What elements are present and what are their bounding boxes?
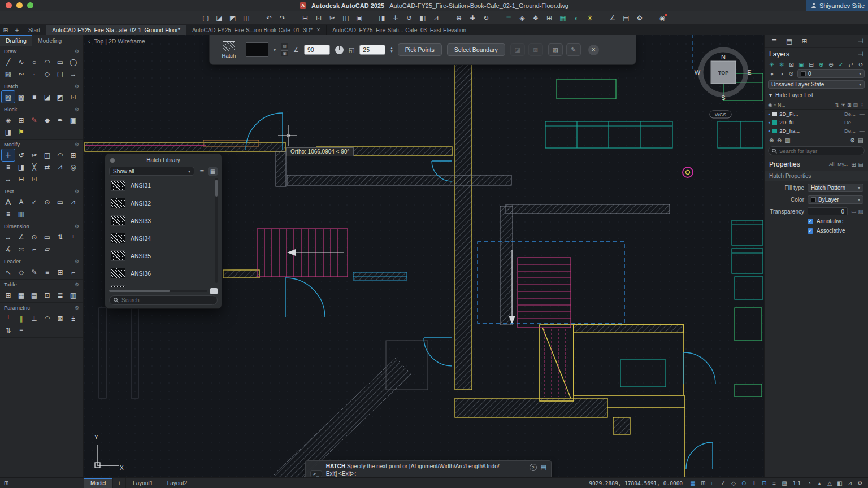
gear-icon[interactable]: ⚙ — [75, 107, 79, 112]
hatch-pattern-row[interactable]: ANSI33 — [109, 212, 218, 229]
spline-icon[interactable]: ∾ — [15, 68, 28, 80]
layer-state-select[interactable]: Unsaved Layer State ▾ — [768, 80, 865, 89]
layer-on-icon[interactable]: ☀ — [767, 61, 776, 68]
hatch-scale-input[interactable] — [359, 45, 385, 55]
hatch-pattern-row[interactable]: ANSI36 — [109, 264, 218, 282]
section-header[interactable]: Parametric⚙ — [0, 303, 83, 312]
notifications-icon[interactable]: ◉ — [656, 13, 669, 23]
rectangle-icon[interactable]: ▭ — [54, 56, 67, 68]
layers-palette-icon[interactable]: ≣ — [771, 37, 777, 45]
recreate-boundary-icon[interactable]: ⊠ — [528, 43, 543, 56]
array-icon[interactable]: ⊞ — [67, 149, 80, 161]
list-view-icon[interactable]: ≣ — [197, 167, 207, 176]
table-cell-icon[interactable]: ▤ — [28, 289, 41, 301]
pattern-color-icon[interactable]: ▣ — [281, 50, 288, 56]
continue-dim-icon[interactable]: ≍ — [15, 243, 28, 255]
layer-visibility-dot[interactable]: ● — [768, 120, 770, 124]
fillet-icon[interactable]: ◠ — [54, 149, 67, 161]
compass-west[interactable]: W — [695, 69, 701, 76]
tangent-constraint-icon[interactable]: ◠ — [41, 312, 54, 324]
scale-stepper[interactable]: ▴ ▾ — [390, 46, 393, 53]
layer-isolate-icon[interactable]: ▨ — [785, 137, 791, 143]
multileader-icon[interactable]: ↖ — [2, 266, 15, 278]
group-icon[interactable]: ❖ — [530, 13, 542, 23]
trim-icon[interactable]: ✂ — [28, 149, 41, 161]
layer-lock-icon[interactable]: ⊠ — [787, 61, 796, 68]
collect-leader-icon[interactable]: ⊞ — [54, 266, 67, 278]
export-icon[interactable]: ◫ — [240, 13, 253, 23]
zoom-window-button[interactable] — [27, 2, 33, 8]
perpendicular-constraint-icon[interactable]: ⊥ — [28, 312, 41, 324]
tab-start[interactable]: Start — [23, 25, 46, 35]
modify-move-icon[interactable]: ✛ — [2, 149, 15, 161]
export-table-icon[interactable]: ▥ — [67, 289, 80, 301]
tab-overview-icon[interactable]: ⊞ — [0, 25, 11, 35]
make-block-icon[interactable]: ◈ — [516, 13, 528, 23]
hide-layer-list-button[interactable]: ▾ Hide Layer List — [765, 90, 868, 101]
hatch-tool-icon[interactable]: ▨ — [2, 68, 15, 80]
spell-check-icon[interactable]: ✓ — [28, 196, 41, 208]
section-header[interactable]: Hatch⚙ — [0, 81, 83, 91]
workspace-icon[interactable]: ⚙ — [633, 13, 646, 23]
layer-visibility-dot[interactable]: ● — [768, 112, 770, 116]
search-input[interactable] — [121, 297, 213, 303]
polyline-icon[interactable]: ∿ — [15, 56, 28, 68]
explode-icon[interactable]: ╳ — [28, 161, 41, 173]
cut-icon[interactable]: ✂ — [326, 13, 338, 23]
erase-icon[interactable]: ◨ — [376, 13, 388, 23]
sort-icon[interactable]: ⇅ — [835, 102, 839, 108]
zoom-icon[interactable]: ⊕ — [453, 13, 465, 23]
annotation-scale-button[interactable]: 1:1 — [790, 480, 804, 486]
section-header[interactable]: Block⚙ — [0, 104, 83, 114]
toggle-on-off-icon[interactable]: ● — [768, 71, 776, 77]
coincident-constraint-icon[interactable]: └ — [2, 312, 15, 324]
isolate-objects-icon[interactable]: ◧ — [835, 480, 844, 486]
associative-checkbox[interactable]: ✓ — [808, 228, 813, 234]
name-column-header[interactable]: N... — [778, 102, 833, 108]
add-layer-icon[interactable]: ⊕ — [769, 137, 774, 143]
eye-column-icon[interactable]: ◉ — [768, 102, 772, 108]
region-icon[interactable]: ▢ — [54, 68, 67, 80]
hatch-settings-icon[interactable]: ⊡ — [67, 91, 80, 103]
pattern-filter-select[interactable]: Show all ▾ — [109, 167, 194, 176]
print-icon[interactable]: ⊟ — [299, 13, 311, 23]
section-header[interactable]: Modify⚙ — [0, 140, 83, 149]
find-text-icon[interactable]: ⊙ — [41, 196, 54, 208]
lineweight-icon[interactable]: ≡ — [770, 480, 779, 486]
plot-preview-icon[interactable]: ⊡ — [313, 13, 325, 23]
gear-icon[interactable]: ⚙ — [75, 84, 79, 89]
isodraft-icon[interactable]: ◇ — [729, 480, 738, 486]
redo-icon[interactable]: ↷ — [276, 13, 289, 23]
xref-icon[interactable]: ⊞ — [543, 13, 555, 23]
transparency-input[interactable]: 0 — [808, 207, 848, 215]
section-header[interactable]: Leader⚙ — [0, 256, 83, 266]
open-icon[interactable]: ▢ — [199, 13, 212, 23]
layer-color-chip[interactable] — [772, 129, 777, 133]
scrollbar-track[interactable] — [109, 290, 207, 292]
measure-icon[interactable]: ∠ — [606, 13, 619, 23]
layer-columns-icon[interactable]: ▤ — [858, 137, 863, 143]
pattern-swatch[interactable] — [246, 42, 268, 57]
edit-block-icon[interactable]: ✎ — [28, 114, 41, 126]
insert-row-icon[interactable]: ⊡ — [41, 289, 54, 301]
pattern-dropdown-icon[interactable]: ▾ — [274, 47, 276, 53]
dim-break-icon[interactable]: ⌐ — [28, 243, 41, 255]
toolbar-separator[interactable] — [493, 13, 501, 23]
help-icon[interactable]: ? — [530, 464, 537, 471]
scale-icon[interactable]: ⊿ — [430, 13, 442, 23]
hatch-library-titlebar[interactable]: Hatch Library — [109, 156, 218, 164]
tolerance-icon[interactable]: ± — [67, 231, 80, 243]
tab-modeling[interactable]: Modeling — [32, 35, 68, 46]
symmetric-constraint-icon[interactable]: ± — [67, 312, 80, 324]
color-select[interactable]: ByLayer ▾ — [808, 195, 863, 204]
attribute-icon[interactable]: ✒ — [54, 114, 67, 126]
palette-close-button[interactable] — [110, 158, 115, 163]
undo-icon[interactable]: ↶ — [263, 13, 275, 23]
properties-palette-tab-icon[interactable]: ▤ — [786, 37, 792, 45]
lock-constraint-icon[interactable]: ⊠ — [54, 312, 67, 324]
paste-icon[interactable]: ▣ — [353, 13, 366, 23]
horizontal-constraint-icon[interactable]: ≡ — [15, 324, 28, 336]
compass-north[interactable]: N — [721, 54, 726, 60]
layer-settings-icon[interactable]: ⚙ — [850, 137, 855, 143]
line-icon[interactable]: ╱ — [2, 56, 15, 68]
